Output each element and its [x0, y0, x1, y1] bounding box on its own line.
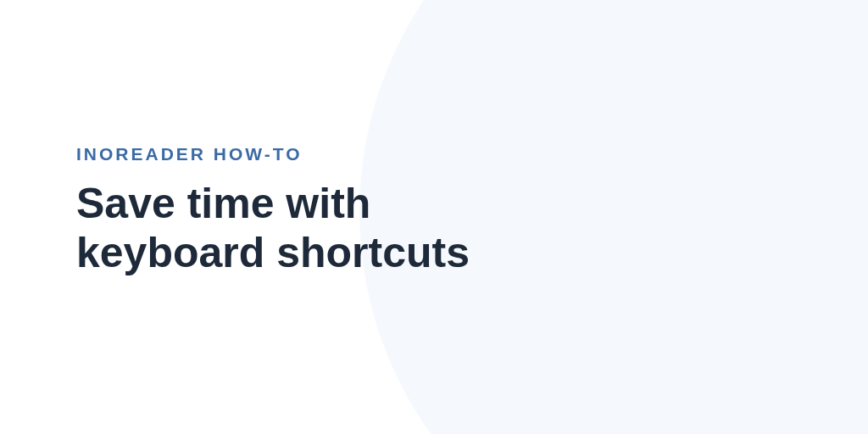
- title-line-2: keyboard shortcuts: [76, 229, 470, 276]
- page-title: Save time with keyboard shortcuts: [76, 180, 470, 277]
- title-line-1: Save time with: [76, 180, 370, 227]
- eyebrow-label: INOREADER HOW-TO: [76, 144, 470, 164]
- text-content: INOREADER HOW-TO Save time with keyboard…: [76, 144, 470, 277]
